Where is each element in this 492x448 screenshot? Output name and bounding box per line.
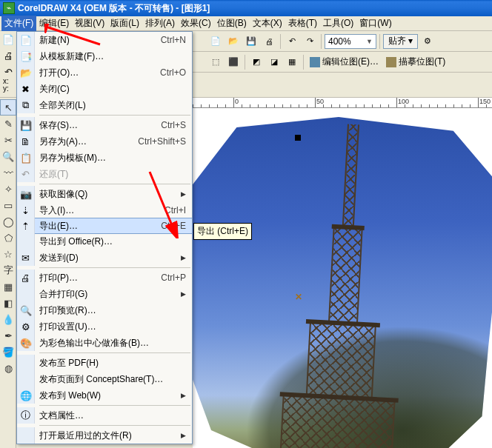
menu-view[interactable]: 视图(V) bbox=[72, 16, 107, 31]
menu-table[interactable]: 表格(T) bbox=[285, 16, 320, 31]
menu-item-icon bbox=[17, 355, 35, 371]
polygon-tool[interactable]: ⬠ bbox=[0, 230, 16, 246]
menu-item-label: 导出到 Office(R)… bbox=[39, 235, 180, 248]
menu-item[interactable]: ⇡导出(E)…Ctrl+E bbox=[17, 218, 192, 234]
menu-file[interactable]: 文件(F) bbox=[1, 16, 36, 31]
menu-item-label: 另存为模板(M)… bbox=[39, 152, 180, 164]
blend-tool[interactable]: ◧ bbox=[0, 295, 16, 311]
icon-new[interactable]: 📄 bbox=[0, 31, 16, 47]
menu-separator bbox=[39, 405, 190, 406]
tool-btn-4[interactable]: 🖨 bbox=[261, 33, 277, 50]
ellipse-tool[interactable]: ◯ bbox=[0, 213, 16, 230]
menu-layout[interactable]: 版面(L) bbox=[107, 16, 142, 31]
outline-tool[interactable]: ✒ bbox=[0, 327, 16, 344]
menu-item-icon bbox=[17, 233, 35, 250]
tool-btn-6[interactable]: ↷ bbox=[302, 33, 318, 50]
smart-tool[interactable]: ✧ bbox=[0, 181, 16, 197]
menu-item[interactable]: 💾保存(S)…Ctrl+S bbox=[17, 117, 192, 133]
tool-btn-7[interactable]: ⚙ bbox=[419, 33, 436, 50]
menu-window[interactable]: 窗口(W) bbox=[356, 16, 394, 31]
menu-item[interactable]: 📂打开(O)…Ctrl+O bbox=[17, 64, 192, 81]
menu-item[interactable]: ✖关闭(C) bbox=[17, 81, 192, 97]
menu-item[interactable]: 打开最近用过的文件(R)▶ bbox=[17, 427, 192, 444]
menu-separator bbox=[39, 115, 190, 116]
menu-item[interactable]: 🌐发布到 Web(W)▶ bbox=[17, 387, 192, 404]
bmp-btn-3[interactable]: ◩ bbox=[248, 54, 265, 70]
menu-item[interactable]: 🗎另存为(A)…Ctrl+Shift+S bbox=[17, 133, 192, 150]
bmp-btn-5[interactable]: ▦ bbox=[284, 54, 300, 70]
icon-print[interactable]: 🖨 bbox=[0, 47, 16, 64]
menu-item-label: 还原(T) bbox=[39, 168, 180, 181]
menu-item[interactable]: ⚙打印设置(U)… bbox=[17, 318, 192, 335]
toolbar-sep bbox=[321, 34, 322, 49]
pick-tool[interactable]: ↖ bbox=[0, 99, 16, 116]
text-tool[interactable]: 字 bbox=[0, 262, 16, 278]
bitmap-object[interactable] bbox=[179, 117, 492, 448]
menu-item-icon: ⧉ bbox=[17, 97, 35, 113]
menu-arrange[interactable]: 排列(A) bbox=[142, 16, 178, 31]
zoom-value: 400% bbox=[328, 36, 351, 47]
menu-item[interactable]: ⧉全部关闭(L) bbox=[17, 97, 192, 113]
selection-handle[interactable] bbox=[295, 135, 301, 141]
rectangle-tool[interactable]: ▭ bbox=[0, 197, 16, 213]
menu-text[interactable]: 文本(X) bbox=[250, 16, 285, 31]
bmp-btn-2[interactable]: ⬛ bbox=[225, 54, 242, 70]
eyedropper-tool[interactable]: 💧 bbox=[0, 311, 16, 327]
menu-item-label: 打开(O)… bbox=[39, 67, 154, 79]
interactive-fill-tool[interactable]: ◍ bbox=[0, 360, 16, 376]
file-menu-dropdown: 📄新建(N)Ctrl+N📑从模板新建(F)…📂打开(O)…Ctrl+O✖关闭(C… bbox=[16, 31, 193, 444]
menu-item-label: 发布页面到 ConceptShare(T)… bbox=[39, 373, 180, 386]
menu-item[interactable]: 📋另存为模板(M)… bbox=[17, 150, 192, 166]
crop-tool[interactable]: ✂ bbox=[0, 132, 16, 148]
menu-item-icon: 🗎 bbox=[17, 133, 35, 150]
bmp-btn-1[interactable]: ⬚ bbox=[207, 54, 224, 70]
menu-item[interactable]: 🔍打印预览(R)… bbox=[17, 302, 192, 318]
shape-tool[interactable]: ✎ bbox=[0, 116, 16, 132]
menu-item[interactable]: 发布页面到 ConceptShare(T)… bbox=[17, 371, 192, 387]
canvas[interactable]: ✕ bbox=[193, 108, 492, 448]
menu-item[interactable]: 🎨为彩色输出中心做准备(B)… bbox=[17, 335, 192, 351]
zoom-tool[interactable]: 🔍 bbox=[0, 148, 16, 164]
ruler-label: 100 bbox=[398, 98, 409, 105]
menu-tools[interactable]: 工具(O) bbox=[320, 16, 356, 31]
tool-btn-1[interactable]: 📄 bbox=[207, 33, 224, 50]
menu-item-icon: 🔍 bbox=[17, 302, 35, 318]
menu-item[interactable]: 📑从模板新建(F)… bbox=[17, 48, 192, 64]
submenu-arrow-icon: ▶ bbox=[181, 290, 186, 298]
menu-item-label: 发布至 PDF(H) bbox=[39, 357, 180, 370]
menu-item[interactable]: 合并打印(G)▶ bbox=[17, 286, 192, 302]
menu-item-icon: ✖ bbox=[17, 81, 35, 97]
fill-tool[interactable]: 🪣 bbox=[0, 344, 16, 360]
menu-item[interactable]: 📄新建(N)Ctrl+N bbox=[17, 32, 192, 48]
menu-edit[interactable]: 编辑(E) bbox=[36, 16, 72, 31]
menu-bitmap[interactable]: 位图(B) bbox=[214, 16, 250, 31]
trace-bitmap-button[interactable]: 描摹位图(T) bbox=[383, 56, 448, 68]
snap-button[interactable]: 贴齐 ▾ bbox=[383, 34, 418, 49]
edit-bitmap-button[interactable]: 编辑位图(E)… bbox=[307, 56, 382, 68]
bmp-btn-4[interactable]: ◪ bbox=[266, 54, 282, 70]
menu-item[interactable]: 发布至 PDF(H) bbox=[17, 355, 192, 371]
shapes-tool[interactable]: ☆ bbox=[0, 246, 16, 262]
tool-btn-5[interactable]: ↶ bbox=[284, 33, 300, 50]
menu-item[interactable]: 导出到 Office(R)… bbox=[17, 233, 192, 250]
freehand-tool[interactable]: 〰 bbox=[0, 164, 16, 181]
menu-item[interactable]: ⇣导入(I)…Ctrl+I bbox=[17, 202, 192, 218]
x-label: x: bbox=[3, 78, 9, 85]
menu-item-label: 关闭(C) bbox=[39, 83, 180, 96]
table-tool[interactable]: ▦ bbox=[0, 278, 16, 295]
menu-item-icon: 📑 bbox=[17, 48, 35, 64]
menu-item[interactable]: ✉发送到(D)▶ bbox=[17, 250, 192, 266]
toolbox: ↖ ✎ ✂ 🔍 〰 ✧ ▭ ◯ ⬠ ☆ 字 ▦ ◧ 💧 ✒ 🪣 ◍ bbox=[0, 99, 16, 448]
menu-item-shortcut: Ctrl+Shift+S bbox=[132, 136, 186, 147]
tool-btn-3[interactable]: 💾 bbox=[243, 33, 259, 50]
menu-item[interactable]: 🖨打印(P)…Ctrl+P bbox=[17, 270, 192, 286]
menu-item[interactable]: 📷获取图像(Q)▶ bbox=[17, 186, 192, 202]
menu-item[interactable]: ⓘ文档属性… bbox=[17, 407, 192, 424]
trace-bitmap-icon bbox=[386, 57, 396, 67]
tool-btn-2[interactable]: 📂 bbox=[225, 33, 242, 50]
trace-bitmap-label: 描摹位图(T) bbox=[399, 56, 445, 68]
menu-item-label: 从模板新建(F)… bbox=[39, 50, 180, 63]
zoom-combo[interactable]: 400% ▼ bbox=[325, 34, 376, 49]
menu-effects[interactable]: 效果(C) bbox=[178, 16, 214, 31]
tooltip: 导出 (Ctrl+E) bbox=[193, 223, 252, 240]
